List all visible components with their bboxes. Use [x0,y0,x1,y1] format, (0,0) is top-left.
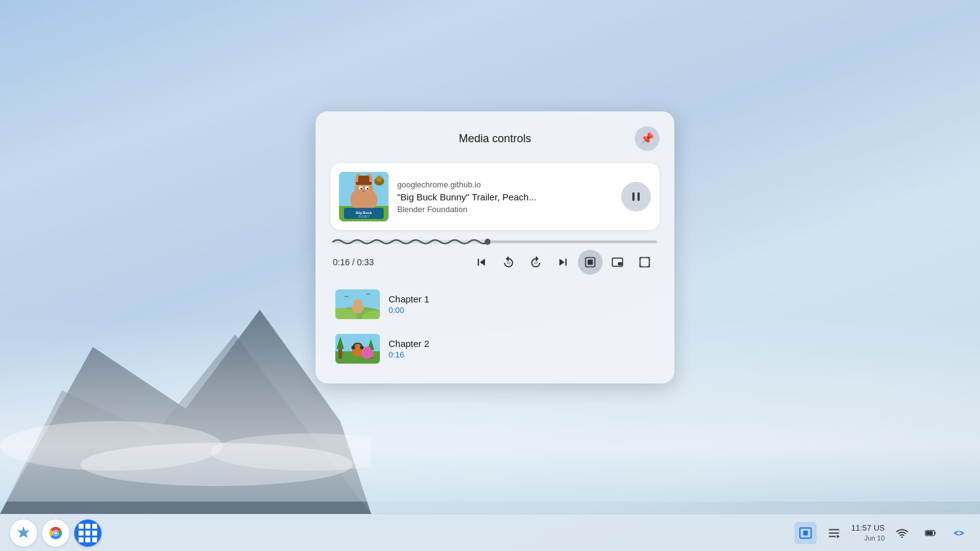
media-album-art: Big Buck BUNNY [339,172,389,221]
taskbar-right: 11:57 US Jun 10 <> [794,522,970,544]
svg-rect-61 [803,531,807,535]
controls-buttons: 10 10 [469,250,657,275]
taskbar-playlist-icon [827,526,841,540]
svg-rect-36 [618,262,622,265]
taskbar-media-icon [799,526,812,540]
chapter-2-name: Chapter 2 [389,338,655,349]
chapter-list: Chapter 1 0:00 [330,282,660,371]
devtools-icon: <> [954,528,964,538]
taskbar-time: 11:57 US [851,523,885,534]
svg-point-19 [376,176,382,182]
fullscreen-button[interactable] [632,250,657,275]
svg-rect-31 [565,258,567,266]
svg-text:BUNNY: BUNNY [358,215,369,218]
media-title: "Big Buck Bunny" Trailer, Peach... [397,192,612,202]
svg-point-16 [367,188,369,190]
pin-icon: 📌 [640,132,654,145]
taskbar-devtools-button[interactable]: <> [948,522,970,544]
forward-button[interactable]: 10 [523,250,548,275]
play-pause-button[interactable] [621,182,651,211]
svg-text:10: 10 [507,261,510,265]
pin-button[interactable]: 📌 [635,126,660,151]
launcher-button[interactable] [10,519,37,547]
svg-point-66 [901,536,903,538]
taskbar-datetime[interactable]: 11:57 US Jun 10 [851,523,885,544]
svg-text:10: 10 [534,261,538,265]
fullscreen-icon [638,256,651,268]
svg-point-55 [364,346,371,354]
chapter-1-time: 0:00 [389,305,655,315]
media-info: googlechrome.github.io "Big Buck Bunny" … [397,180,612,214]
panel-header: Media controls 📌 [330,126,660,151]
chapter-2-time: 0:16 [389,350,655,359]
chapter-2-item[interactable]: Chapter 2 0:16 [330,327,660,371]
chapter-2-info: Chapter 2 0:16 [389,338,655,359]
svg-point-43 [353,299,362,307]
svg-point-53 [360,346,364,349]
media-card: Big Buck BUNNY googlechrome.github.io "B… [330,163,660,230]
chapter-1-name: Chapter 1 [389,294,655,304]
svg-rect-69 [926,531,933,535]
apps-button[interactable] [74,519,101,547]
chapter-1-item[interactable]: Chapter 1 0:00 [330,282,660,327]
media-artist: Blender Foundation [397,205,612,214]
svg-point-25 [484,239,491,245]
apps-grid-icon [79,524,97,542]
media-controls-panel: Media controls 📌 [316,111,674,383]
svg-point-15 [361,188,363,190]
controls-row: 0:16 / 0:33 10 [333,250,657,275]
progress-bar[interactable] [333,240,657,244]
svg-marker-65 [836,534,840,538]
svg-rect-12 [358,176,369,183]
skip-next-icon [557,256,569,268]
chapter-2-thumbnail [335,334,380,364]
svg-point-17 [363,190,365,192]
taskbar: 11:57 US Jun 10 <> [0,514,980,551]
chapter-1-info: Chapter 1 0:00 [389,294,655,315]
chapters-button[interactable] [578,250,603,275]
taskbar-left [10,519,101,547]
svg-rect-24 [638,192,640,200]
launcher-icon [15,525,32,541]
taskbar-media-button[interactable] [794,522,817,544]
time-display: 0:16 / 0:33 [333,257,374,267]
skip-back-button[interactable] [469,250,494,275]
chapter-1-thumbnail [335,289,380,319]
progress-section: 0:16 / 0:33 10 [330,240,660,275]
chapters-icon [584,256,596,268]
media-source: googlechrome.github.io [397,180,612,189]
forward-icon: 10 [529,255,543,269]
svg-rect-34 [588,260,593,265]
taskbar-battery-button[interactable] [919,522,942,544]
taskbar-wifi-button[interactable] [891,522,913,544]
pip-icon [611,256,624,268]
svg-marker-32 [559,258,564,266]
svg-rect-37 [640,258,650,267]
rewind-button[interactable]: 10 [496,250,521,275]
taskbar-playlist-button[interactable] [823,522,845,544]
svg-marker-28 [480,258,485,266]
pip-button[interactable] [605,250,630,275]
panel-title: Media controls [355,132,635,145]
svg-rect-23 [632,192,634,200]
taskbar-date: Jun 10 [864,534,885,543]
chrome-button[interactable] [42,519,69,547]
battery-icon [924,527,937,539]
skip-back-icon [475,256,488,268]
wifi-icon [896,527,908,539]
skip-next-button[interactable] [551,250,575,275]
pause-icon [630,190,642,203]
svg-rect-68 [935,532,936,534]
svg-point-59 [54,531,58,534]
chrome-icon [47,524,64,542]
svg-point-52 [351,346,355,349]
rewind-icon: 10 [502,255,515,269]
svg-rect-27 [478,258,479,266]
